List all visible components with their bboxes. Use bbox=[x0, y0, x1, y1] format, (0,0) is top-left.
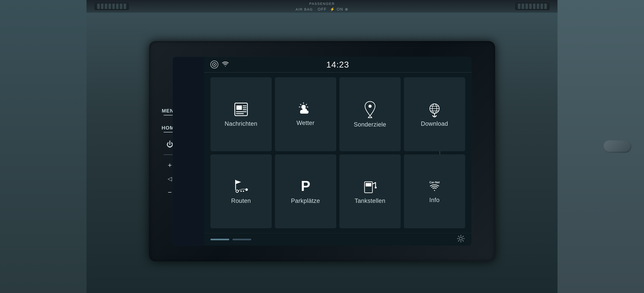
dashboard-top: PASSENGER AIR BAG OFF ⚡ ON ⊗ bbox=[0, 0, 644, 13]
volume-up-button[interactable]: + bbox=[168, 161, 172, 169]
tile-tankstellen[interactable]: Tankstellen bbox=[340, 154, 401, 228]
tile-download[interactable]: Download bbox=[404, 77, 465, 151]
svg-rect-38 bbox=[375, 187, 377, 188]
bottom-bar bbox=[204, 233, 472, 246]
svg-point-40 bbox=[459, 237, 462, 240]
parkplaetze-label: Parkplätze bbox=[291, 197, 320, 204]
power-button[interactable]: ⏻ bbox=[166, 140, 173, 148]
tile-wetter[interactable]: Wetter bbox=[275, 77, 336, 151]
airbag-label: PASSENGER AIR BAG OFF ⚡ ON ⊗ bbox=[296, 1, 348, 12]
sonderziele-icon bbox=[364, 101, 376, 118]
app-grid: Nachrichten bbox=[210, 77, 465, 228]
svg-marker-28 bbox=[236, 180, 241, 184]
car-right-panel bbox=[558, 0, 644, 293]
tankstellen-label: Tankstellen bbox=[355, 197, 386, 204]
time-display: 14:23 bbox=[326, 60, 349, 69]
info-label: Info bbox=[429, 197, 440, 203]
svg-point-1 bbox=[214, 64, 215, 65]
tile-parkplaetze[interactable]: P Parkplätze bbox=[275, 154, 336, 228]
svg-point-17 bbox=[368, 105, 372, 108]
scroll-dot-1 bbox=[210, 239, 229, 240]
header-left bbox=[210, 61, 229, 69]
wifi-icon bbox=[222, 61, 229, 69]
scroll-indicators bbox=[210, 239, 251, 240]
download-icon bbox=[427, 102, 442, 117]
content-area: Nachrichten bbox=[204, 73, 472, 233]
vent-left bbox=[94, 2, 129, 10]
svg-point-31 bbox=[243, 191, 244, 192]
wetter-label: Wetter bbox=[296, 120, 314, 126]
vent-right bbox=[515, 2, 550, 10]
svg-rect-35 bbox=[366, 183, 371, 186]
svg-rect-3 bbox=[236, 105, 242, 110]
tile-nachrichten[interactable]: Nachrichten bbox=[210, 77, 272, 151]
carnet-icon: Car-Net bbox=[426, 179, 443, 194]
svg-text:Car-Net: Car-Net bbox=[429, 181, 440, 184]
volume-icon: ◁ bbox=[168, 175, 172, 182]
tile-info[interactable]: Car-Net Info bbox=[404, 154, 465, 228]
scroll-dot-2 bbox=[232, 239, 251, 240]
settings-button[interactable] bbox=[456, 234, 465, 245]
svg-line-16 bbox=[306, 104, 307, 105]
main-screen: 14:23 bbox=[173, 57, 472, 246]
car-interior: PASSENGER AIR BAG OFF ⚡ ON ⊗ MENU HOME bbox=[0, 0, 644, 293]
navigation-icon bbox=[210, 61, 218, 69]
tile-sonderziele[interactable]: Sonderziele bbox=[340, 77, 401, 151]
svg-text:P: P bbox=[301, 179, 310, 194]
svg-line-14 bbox=[300, 104, 301, 105]
wetter-icon bbox=[297, 102, 314, 116]
nachrichten-label: Nachrichten bbox=[224, 120, 257, 127]
parkplaetze-icon: P bbox=[298, 179, 314, 194]
routen-icon bbox=[232, 179, 250, 194]
routen-label: Routen bbox=[231, 197, 251, 204]
car-left-panel bbox=[0, 0, 86, 293]
svg-point-29 bbox=[236, 190, 238, 192]
svg-line-36 bbox=[372, 183, 376, 184]
svg-point-30 bbox=[240, 191, 242, 192]
screen-bezel: MENU HOME ⏻ + ◁ − bbox=[149, 41, 495, 261]
tankstellen-icon bbox=[362, 179, 378, 194]
nachrichten-icon bbox=[233, 102, 249, 117]
display-area: 14:23 bbox=[204, 57, 472, 246]
tile-routen[interactable]: Routen bbox=[210, 154, 272, 228]
header-bar: 14:23 bbox=[204, 57, 472, 73]
download-label: Download bbox=[421, 120, 448, 127]
volume-down-button[interactable]: − bbox=[168, 188, 172, 196]
sonderziele-label: Sonderziele bbox=[354, 121, 386, 128]
screen-sidebar bbox=[173, 57, 204, 246]
door-handle bbox=[603, 140, 632, 153]
